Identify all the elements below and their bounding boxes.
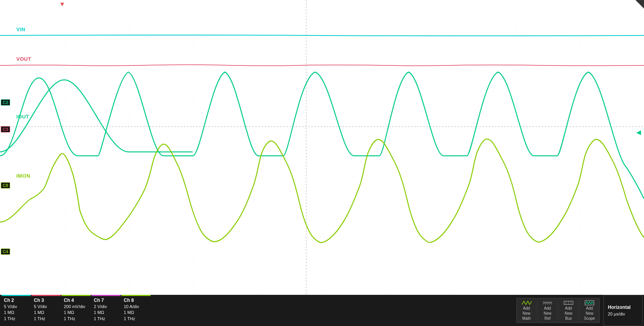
add-bus-button[interactable]: Add New Bus [558, 298, 579, 323]
add-ref-label3: Ref [544, 316, 551, 321]
status-spacer [151, 295, 512, 326]
ch4-imp: 1 MΩ [64, 310, 88, 315]
add-scope-label3: Scope [584, 316, 595, 321]
add-ref-label: Add [544, 306, 551, 311]
ch2-vdiv: 5 V/div [4, 304, 28, 310]
iout-arrow-right: ◀ [636, 129, 641, 136]
ch8-bw: 1 THz [124, 316, 148, 322]
add-bus-label: Add [565, 306, 572, 311]
horizontal-info[interactable]: Horizontal 20 μs/div [604, 295, 642, 326]
ch7-info[interactable]: Ch 7 2 V/div 1 MΩ 1 THz [91, 295, 121, 326]
ch7-bw: 1 THz [94, 316, 118, 322]
c4-marker[interactable]: C4 [1, 248, 10, 255]
ch7-vdiv: 2 V/div [94, 304, 118, 310]
ch3-info[interactable]: Ch 3 5 V/div 1 MΩ 1 THz [32, 295, 61, 326]
add-ref-button[interactable]: Add New Ref [537, 298, 558, 323]
ch8-title: Ch 8 [124, 298, 148, 303]
ch2-imp: 1 MΩ [4, 310, 28, 315]
trigger-marker: ▼ [59, 1, 65, 8]
horizontal-title: Horizontal [608, 305, 638, 310]
add-bus-label2: New [565, 311, 572, 316]
add-math-label3: Math [522, 316, 531, 321]
oscilloscope: ▼ VIN VOUT IOUT IMON C2 C3 C8 C4 ◀ Ch 2 … [0, 0, 644, 326]
ch8-info[interactable]: Ch 8 10 A/div 1 MΩ 1 THz [121, 295, 151, 326]
ch7-title: Ch 7 [94, 298, 118, 303]
add-scope-label2: New [586, 311, 593, 316]
c2-marker[interactable]: C2 [1, 99, 10, 106]
add-scope-icon [583, 300, 596, 306]
ch4-vdiv: 200 mV/div [64, 304, 88, 310]
add-ref-icon [541, 300, 554, 306]
ch4-bw: 1 THz [64, 316, 88, 322]
add-ref-label2: New [544, 311, 551, 316]
add-bus-icon [562, 300, 575, 306]
add-bus-label3: Bus [565, 316, 572, 321]
ch2-title: Ch 2 [4, 298, 28, 303]
ch3-title: Ch 3 [34, 298, 58, 303]
c3-marker[interactable]: C3 [1, 126, 10, 132]
ch3-vdiv: 5 V/div [34, 304, 58, 310]
ch3-bw: 1 THz [34, 316, 58, 322]
ch3-imp: 1 MΩ [34, 310, 58, 315]
corner-triangle [635, 0, 644, 9]
add-math-label: Add [523, 306, 530, 311]
ch7-imp: 1 MΩ [94, 310, 118, 315]
vin-label: VIN [16, 26, 25, 32]
add-math-icon [520, 300, 533, 306]
ch4-title: Ch 4 [64, 298, 88, 303]
status-bar: Ch 2 5 V/div 1 MΩ 1 THz Ch 3 5 V/div 1 M… [0, 295, 644, 326]
vout-label: VOUT [16, 56, 31, 62]
ch8-imp: 1 MΩ [124, 310, 148, 315]
add-math-label2: New [523, 311, 530, 316]
iout-label: IOUT [16, 114, 29, 120]
add-math-button[interactable]: Add New Math [516, 298, 537, 323]
ch2-bw: 1 THz [4, 316, 28, 322]
add-scope-label: Add [586, 306, 593, 311]
add-scope-button[interactable]: Add New Scope [579, 298, 600, 323]
scope-display[interactable]: ▼ VIN VOUT IOUT IMON C2 C3 C8 C4 ◀ [0, 0, 644, 295]
ch4-info[interactable]: Ch 4 200 mV/div 1 MΩ 1 THz [61, 295, 91, 326]
ch8-adiv: 10 A/div [124, 304, 148, 310]
action-buttons: Add New Math Add New Ref [513, 295, 603, 326]
ch2-info[interactable]: Ch 2 5 V/div 1 MΩ 1 THz [2, 295, 31, 326]
c8-marker[interactable]: C8 [1, 182, 10, 189]
horizontal-value: 20 μs/div [608, 312, 638, 316]
imon-label: IMON [16, 173, 30, 179]
